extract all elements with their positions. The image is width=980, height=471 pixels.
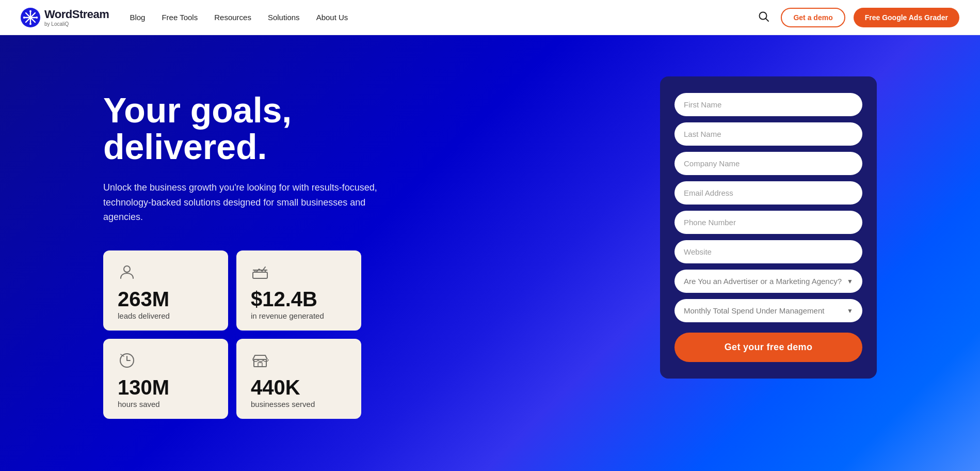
svg-rect-14 xyxy=(254,359,266,367)
get-demo-button[interactable]: Get a demo xyxy=(781,8,845,27)
person-icon xyxy=(118,263,136,281)
search-icon xyxy=(758,11,769,22)
hero-title: Your goals, delivered. xyxy=(103,92,464,166)
last-name-input[interactable] xyxy=(674,122,862,146)
nav-links: Blog Free Tools Resources Solutions Abou… xyxy=(130,13,348,22)
revenue-icon xyxy=(251,263,269,281)
stat-leads: 263M leads delivered xyxy=(103,250,228,331)
svg-rect-12 xyxy=(253,272,267,278)
phone-input[interactable] xyxy=(674,211,862,234)
svg-point-7 xyxy=(23,17,25,19)
stat-businesses: 440K businesses served xyxy=(236,339,361,419)
stat-revenue-label: in revenue generated xyxy=(251,311,347,320)
navbar-left: WordStream by LocaliQ Blog Free Tools Re… xyxy=(21,8,348,27)
stat-hours-number: 130M xyxy=(118,377,214,398)
website-input[interactable] xyxy=(674,240,862,263)
logo-wordstream: WordStream xyxy=(44,8,109,21)
logo-localiq: by LocaliQ xyxy=(44,21,109,27)
spend-select[interactable]: Monthly Total Spend Under Management < $… xyxy=(674,299,862,322)
advertiser-select[interactable]: Are You an Advertiser or a Marketing Age… xyxy=(674,270,862,293)
svg-point-5 xyxy=(29,10,31,12)
stat-businesses-label: businesses served xyxy=(251,400,347,409)
svg-rect-15 xyxy=(258,363,262,367)
stat-hours-label: hours saved xyxy=(118,400,214,409)
stat-revenue: $12.4B in revenue generated xyxy=(236,250,361,331)
svg-point-8 xyxy=(36,17,38,19)
google-ads-grader-button[interactable]: Free Google Ads Grader xyxy=(854,8,959,27)
navbar-right: Get a demo Free Google Ads Grader xyxy=(755,8,959,27)
hero-content: Your goals, delivered. Unlock the busine… xyxy=(103,76,877,419)
stat-revenue-number: $12.4B xyxy=(251,289,347,309)
nav-blog[interactable]: Blog xyxy=(130,13,145,22)
stat-leads-label: leads delivered xyxy=(118,311,214,320)
search-button[interactable] xyxy=(755,8,773,27)
email-input[interactable] xyxy=(674,181,862,205)
logo-icon xyxy=(21,8,40,27)
nav-solutions[interactable]: Solutions xyxy=(268,13,300,22)
nav-resources[interactable]: Resources xyxy=(214,13,251,22)
hero-subtitle: Unlock the business growth you're lookin… xyxy=(103,180,382,225)
demo-form-card: Are You an Advertiser or a Marketing Age… xyxy=(660,76,877,379)
stats-grid: 263M leads delivered $12.4B in revenue g… xyxy=(103,250,361,419)
spend-select-wrapper: Monthly Total Spend Under Management < $… xyxy=(674,299,862,322)
navbar: WordStream by LocaliQ Blog Free Tools Re… xyxy=(0,0,980,35)
svg-line-10 xyxy=(766,19,769,22)
stat-leads-number: 263M xyxy=(118,289,214,309)
svg-point-11 xyxy=(124,266,130,272)
logo[interactable]: WordStream by LocaliQ xyxy=(21,8,109,27)
clock-icon xyxy=(118,351,136,370)
nav-free-tools[interactable]: Free Tools xyxy=(162,13,198,22)
hero-left: Your goals, delivered. Unlock the busine… xyxy=(103,76,464,419)
hero-section: Your goals, delivered. Unlock the busine… xyxy=(0,35,980,471)
svg-point-6 xyxy=(29,23,31,25)
submit-demo-button[interactable]: Get your free demo xyxy=(674,333,862,362)
stat-hours: 130M hours saved xyxy=(103,339,228,419)
advertiser-select-wrapper: Are You an Advertiser or a Marketing Age… xyxy=(674,270,862,293)
stat-businesses-number: 440K xyxy=(251,377,347,398)
first-name-input[interactable] xyxy=(674,93,862,116)
company-name-input[interactable] xyxy=(674,152,862,175)
store-icon xyxy=(251,351,269,370)
nav-about-us[interactable]: About Us xyxy=(316,13,348,22)
